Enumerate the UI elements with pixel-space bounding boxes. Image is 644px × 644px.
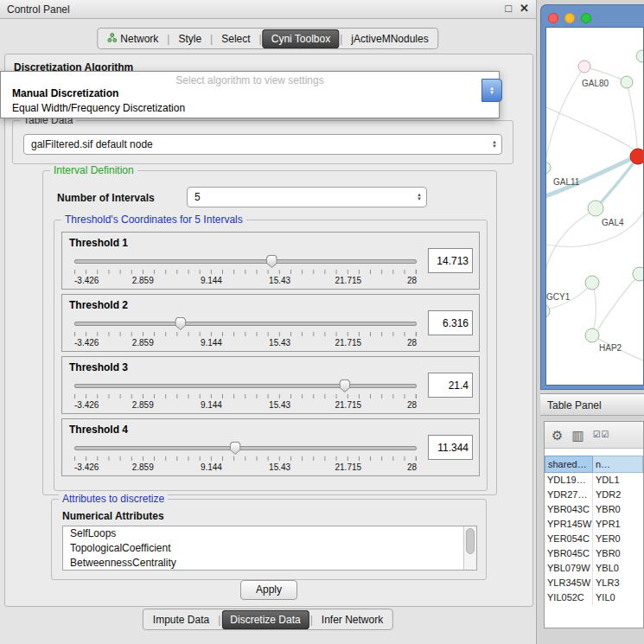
scale-label: 21.715: [335, 338, 362, 348]
close-icon[interactable]: ✕: [520, 2, 529, 15]
tab-label: Discretize Data: [230, 614, 300, 626]
select-columns-icon[interactable]: ☑☑: [593, 430, 610, 439]
threshold-slider[interactable]: [74, 442, 417, 455]
threshold-value-field[interactable]: 21.4: [428, 373, 473, 398]
tab-label: Select: [221, 33, 250, 45]
table-row[interactable]: YBL079WYBL0: [545, 561, 643, 576]
combo-stepper-icon[interactable]: ▲ ▼: [492, 140, 497, 149]
table-spacer: [545, 449, 643, 456]
threshold-panel: Threshold 4 -3.4262.8599.14415.4321.7152…: [61, 418, 480, 476]
slider-thumb[interactable]: [339, 379, 350, 392]
table-row[interactable]: YDR27…YDR2: [545, 488, 643, 502]
table-row[interactable]: YBR043CYBR0: [545, 502, 643, 517]
selected-node[interactable]: [630, 149, 644, 164]
table-data-group: Table Data galFiltered.sif default node …: [12, 120, 513, 164]
slider-scale-labels: -3.4262.8599.14415.4321.71528: [74, 338, 417, 348]
node[interactable]: [585, 276, 599, 290]
window-controls: □ ✕: [505, 2, 529, 15]
threshold-panel: Threshold 1 -3.4262.8599.14415.4321.7152…: [61, 232, 480, 290]
slider-thumb[interactable]: [266, 255, 277, 268]
node[interactable]: [588, 201, 603, 216]
tab-select[interactable]: Select: [214, 30, 258, 48]
apply-button[interactable]: Apply: [240, 580, 297, 600]
slider-track[interactable]: [74, 446, 417, 450]
minimize-icon[interactable]: □: [505, 2, 512, 15]
table-row[interactable]: YER054CYER0: [545, 532, 643, 546]
slider-thumb[interactable]: [175, 317, 186, 330]
tab-style[interactable]: Style: [170, 30, 209, 48]
slider-track[interactable]: [74, 322, 417, 326]
threshold-slider[interactable]: [74, 379, 417, 392]
attributes-listbox[interactable]: SelfLoopsTopologicalCoefficientBetweenne…: [62, 526, 477, 571]
scale-label: 21.715: [335, 462, 362, 472]
minimize-traffic-icon[interactable]: [564, 13, 575, 23]
column-header-name[interactable]: n…: [593, 456, 643, 473]
attributes-group-label: Attributes to discretize: [59, 493, 168, 505]
scale-label: 28: [407, 400, 417, 410]
threshold-value-field[interactable]: 11.344: [428, 435, 473, 460]
node[interactable]: [546, 304, 550, 318]
bottom-tab-discretize-data[interactable]: Discretize Data: [221, 610, 309, 629]
node[interactable]: [633, 267, 644, 281]
number-of-intervals-combo[interactable]: 5 ▲ ▼: [187, 187, 427, 207]
node[interactable]: [621, 76, 633, 88]
scrollbar[interactable]: [463, 526, 476, 570]
table-header-row: shared… n…: [545, 456, 643, 473]
table-row[interactable]: YPR145WYPR1: [545, 517, 643, 532]
tab-network[interactable]: Network: [99, 30, 166, 48]
scale-label: 28: [407, 338, 417, 348]
node[interactable]: [636, 50, 644, 62]
network-canvas[interactable]: GAL80 GAL11 GAL4 GCY1 HAP2: [545, 27, 644, 386]
control-panel-window: Control Panel □ ✕ Network|Style|Select|C…: [0, 0, 537, 644]
table-row[interactable]: YBR045CYBR0: [545, 546, 643, 561]
interval-definition-group: Interval Definition Number of Intervals …: [42, 170, 497, 495]
slider-track[interactable]: [74, 259, 417, 264]
table-row[interactable]: YLR345WYLR3: [545, 576, 643, 590]
titlebar[interactable]: Control Panel □ ✕: [0, 0, 536, 19]
dropdown-option-manual-discretization[interactable]: Manual Discretization: [1, 86, 499, 101]
table-data-combo-value: galFiltered.sif default node: [31, 138, 153, 150]
node-label: GAL4: [602, 218, 624, 227]
node[interactable]: [578, 61, 590, 73]
close-traffic-icon[interactable]: [548, 13, 558, 23]
gear-icon[interactable]: ⚙: [552, 429, 563, 442]
table-row[interactable]: YIL052CYIL0: [545, 590, 643, 605]
threshold-value-field[interactable]: 6.316: [428, 310, 473, 335]
bottom-tab-infer-network[interactable]: Infer Network: [314, 611, 391, 628]
combo-stepper-icon[interactable]: ▲ ▼: [417, 193, 422, 201]
attribute-item-betweennesscentrality[interactable]: BetweennessCentrality: [63, 556, 476, 571]
cell-name: YDL1: [593, 473, 643, 488]
node[interactable]: [546, 162, 551, 174]
threshold-slider[interactable]: [74, 255, 417, 268]
scale-label: -3.426: [74, 338, 99, 348]
cell-name: YLR3: [593, 576, 643, 590]
attribute-item-topologicalcoefficient[interactable]: TopologicalCoefficient: [63, 541, 476, 556]
scrollbar-thumb[interactable]: [466, 528, 475, 554]
combo-dropdown-button[interactable]: ▲ ▼: [481, 79, 502, 102]
table-row[interactable]: YDL19…YDL1: [545, 473, 643, 488]
column-chooser-icon[interactable]: ▥: [571, 429, 583, 442]
thresholds-list: Threshold 1 -3.4262.8599.14415.4321.7152…: [61, 232, 480, 476]
scale-label: 2.859: [132, 338, 154, 348]
scale-label: 9.144: [201, 338, 222, 348]
threshold-slider[interactable]: [74, 317, 417, 330]
tab-cyni-toolbox[interactable]: Cyni Toolbox: [263, 29, 339, 48]
scale-label: 28: [407, 276, 417, 285]
zoom-traffic-icon[interactable]: [581, 13, 591, 23]
cell-name: YDR2: [593, 488, 643, 502]
slider-track[interactable]: [74, 384, 417, 388]
cell-name: YPR1: [593, 517, 643, 532]
table-data-combo[interactable]: galFiltered.sif default node ▲ ▼: [23, 134, 502, 155]
node[interactable]: [585, 328, 599, 342]
scale-label: 2.859: [132, 462, 154, 472]
dropdown-option-equal-width-frequency-discretization[interactable]: Equal Width/Frequency Discretization: [1, 101, 499, 116]
threshold-value-field[interactable]: 14.713: [428, 248, 473, 273]
column-header-shared-name[interactable]: shared…: [545, 456, 593, 473]
top-tab-bar: Network|Style|Select|Cyni Toolbox|jActiv…: [97, 28, 438, 49]
numerical-attributes-label: Numerical Attributes: [62, 510, 164, 522]
slider-thumb[interactable]: [230, 442, 241, 455]
attribute-item-selfloops[interactable]: SelfLoops: [63, 526, 476, 541]
cell-name: YBL0: [593, 561, 643, 576]
bottom-tab-impute-data[interactable]: Impute Data: [145, 611, 217, 628]
tab-jactivemnodules[interactable]: jActiveMNodules: [343, 30, 436, 48]
